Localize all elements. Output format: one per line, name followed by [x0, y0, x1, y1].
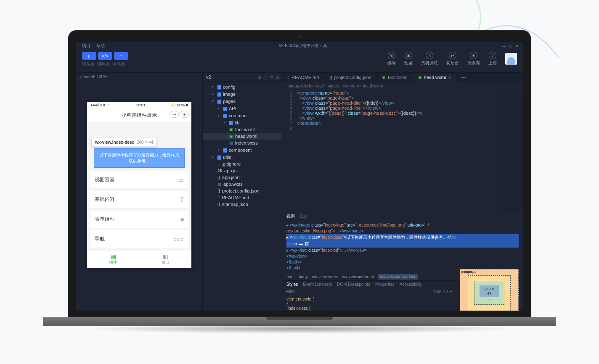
styles-tab[interactable]: Properties: [375, 282, 395, 287]
tab-api[interactable]: ◧接口: [139, 251, 191, 268]
close-app-icon[interactable]: ⊙: [180, 111, 189, 118]
menu-item[interactable]: 项目: [82, 43, 90, 49]
file-item[interactable]: ▤ index.wxss: [203, 140, 282, 146]
file-item[interactable]: {} app.json: [203, 174, 282, 181]
file-explorer: v2 ⊞ ▢ ⟲ ⊟ ▸▆ config▸▆ image▾▆ pages▸▆ A…: [202, 73, 282, 311]
css-rules[interactable]: element.style {}.index-desc {</span>marg…: [282, 295, 456, 311]
toolbar-action-真机调试[interactable]: ▯真机调试: [421, 52, 438, 66]
tabs-more-icon[interactable]: •••: [457, 73, 470, 82]
more-icon[interactable]: •••: [170, 111, 179, 118]
folder-item[interactable]: ▸▆ API: [203, 105, 282, 112]
toolbar-action-切后台[interactable]: ⇄切后台: [446, 52, 459, 66]
titlebar: 项目帮助 v2-FinClip小程序开发工具 — □ ✕: [76, 42, 523, 50]
styles-tab[interactable]: Accessibility: [400, 282, 422, 287]
editor-tab[interactable]: ▯ README.md: [282, 73, 324, 82]
file-item[interactable]: {} sitemap.json: [203, 201, 282, 208]
minimap[interactable]: [498, 90, 523, 212]
device-label: iphone6 100%: [76, 73, 202, 81]
camera-dot: [299, 36, 301, 38]
file-item[interactable]: ▣ foot.wxml: [203, 126, 282, 133]
avatar[interactable]: [505, 53, 517, 65]
folder-item[interactable]: ▸▆ image: [203, 90, 282, 98]
project-name: v2: [206, 74, 211, 79]
file-item[interactable]: {} project.config.json: [203, 187, 282, 194]
code-editor[interactable]: 12345678 <template name="head"> <view cl…: [282, 90, 523, 212]
list-item[interactable]: 导航○○○: [90, 230, 188, 248]
inspector-tooltip: wx-view.index-desc240 × 44: [91, 138, 157, 147]
toolbar: ▯ </> ≡ 模拟器编辑器调试器 ⦿编译◉预览▯真机调试⇄切后台⊗清缓存⤴上传: [76, 50, 523, 73]
maximize-icon[interactable]: □: [509, 44, 512, 48]
time-text: 10:01: [136, 103, 146, 107]
file-item[interactable]: ▤ app.wxss: [203, 181, 282, 187]
devtools-tab[interactable]: 日志: [299, 214, 307, 219]
editor-toggle[interactable]: </>: [98, 52, 112, 60]
folder-item[interactable]: ▸▆ component: [203, 146, 282, 153]
filter-options[interactable]: :hov .cls +: [433, 289, 452, 294]
file-item[interactable]: JS app.js: [203, 167, 282, 174]
elements-tree[interactable]: ▸ <wx-image class="index-logo" src="../r…: [282, 221, 523, 273]
refresh-icon[interactable]: ⟲: [270, 75, 273, 79]
app-title: 小程序组件展示: [122, 112, 157, 118]
new-file-icon[interactable]: ⊞: [257, 75, 261, 79]
toolbar-action-清缓存[interactable]: ⊗清缓存: [467, 52, 480, 66]
phone-preview[interactable]: ●●●Il IDE ⌃ 10:01 ⚡100% ■ 小程序组件展示 ••• ⊙: [87, 102, 191, 268]
simulator-panel: iphone6 100% ●●●Il IDE ⌃ 10:01 ⚡100% ■ 小…: [76, 73, 202, 311]
carrier-text: ●●●Il IDE ⌃: [90, 103, 111, 107]
close-icon[interactable]: ✕: [515, 44, 519, 48]
collapse-icon[interactable]: ⊟: [276, 75, 279, 79]
folder-item[interactable]: ▾▆ pages: [203, 98, 282, 105]
ide-window: 项目帮助 v2-FinClip小程序开发工具 — □ ✕ ▯ </> ≡ 模拟器…: [76, 42, 523, 311]
file-item[interactable]: ▯ .gitignore: [203, 161, 282, 167]
file-item[interactable]: ▣ head.wxml: [203, 133, 282, 140]
close-tab-icon[interactable]: ✕: [448, 75, 451, 80]
new-folder-icon[interactable]: ▢: [263, 75, 267, 79]
list-item[interactable]: 表单组件≡: [90, 211, 188, 228]
styles-tab[interactable]: Event Listeners: [303, 282, 332, 287]
folder-item[interactable]: ▾▆ common: [203, 112, 282, 119]
editor-tab[interactable]: ▣ foot.wxml: [377, 73, 413, 82]
editor-tab[interactable]: ▣ head.wxml ✕: [413, 73, 457, 82]
styles-filter-input[interactable]: [286, 289, 433, 294]
folder-item[interactable]: ▸▆ utils: [203, 153, 282, 161]
breadcrumb[interactable]: fino-applet-demo-v2pagescommonhead.wxml: [282, 82, 523, 90]
styles-tab[interactable]: DOM Breakpoints: [337, 282, 370, 287]
list-item[interactable]: 视图容器▭: [90, 171, 188, 188]
simulator-toggle[interactable]: ▯: [82, 52, 96, 60]
file-item[interactable]: ▯ README.md: [203, 194, 282, 201]
editor-panel: ▯ README.md{} project.config.json▣ foot.…: [282, 73, 523, 311]
devtools-tab[interactable]: 视图: [286, 214, 295, 219]
folder-item[interactable]: ▸▆ lib: [203, 119, 282, 126]
tab-components[interactable]: ▦组件: [87, 251, 139, 268]
menu-item[interactable]: 帮助: [96, 43, 105, 49]
folder-item[interactable]: ▸▆ config: [203, 83, 282, 90]
battery-text: ⚡100% ■: [170, 103, 188, 107]
list-item[interactable]: 基础内容𝕋: [90, 191, 188, 208]
window-title: v2-FinClip小程序开发工具: [105, 43, 502, 49]
debugger-toggle[interactable]: ≡: [114, 52, 128, 60]
toolbar-action-编译[interactable]: ⦿编译: [387, 52, 396, 66]
minimize-icon[interactable]: —: [502, 44, 506, 48]
toolbar-action-预览[interactable]: ◉预览: [404, 52, 413, 66]
styles-tab[interactable]: Styles: [286, 282, 298, 287]
highlighted-element[interactable]: 以下将展示小程序官方组件能力，组件样式仅供参考。: [94, 148, 185, 168]
toolbar-action-上传[interactable]: ⤴上传: [488, 52, 497, 66]
devtools-panel: 视图日志 ▸ <wx-image class="index-logo" src=…: [282, 212, 523, 311]
window-controls[interactable]: — □ ✕: [502, 44, 523, 48]
box-model[interactable]: margin 10 border - padding - 240 × 44 - …: [456, 281, 523, 311]
laptop-frame: 项目帮助 v2-FinClip小程序开发工具 — □ ✕ ▯ </> ≡ 模拟器…: [68, 30, 531, 334]
editor-tab[interactable]: {} project.config.json: [324, 73, 377, 82]
